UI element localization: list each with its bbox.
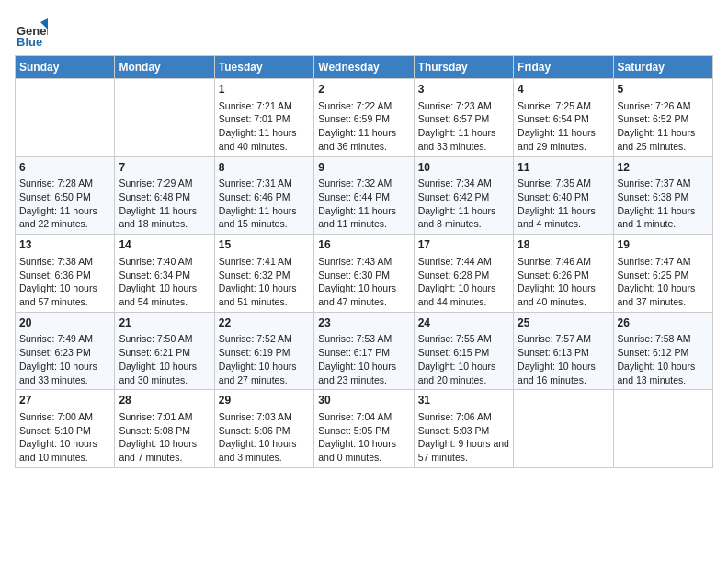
calendar-cell: 8Sunrise: 7:31 AMSunset: 6:46 PMDaylight… bbox=[214, 156, 313, 235]
day-number: 18 bbox=[518, 237, 609, 253]
day-info: Sunrise: 7:06 AM bbox=[418, 410, 509, 424]
calendar-cell bbox=[115, 79, 214, 157]
calendar-cell: 22Sunrise: 7:52 AMSunset: 6:19 PMDayligh… bbox=[214, 312, 313, 390]
day-info: Sunrise: 7:43 AM bbox=[318, 255, 409, 269]
calendar-cell: 26Sunrise: 7:58 AMSunset: 6:12 PMDayligh… bbox=[613, 312, 712, 390]
day-info: Daylight: 11 hours and 36 minutes. bbox=[318, 126, 409, 153]
day-info: Sunset: 5:06 PM bbox=[219, 424, 310, 438]
day-info: Sunset: 6:57 PM bbox=[418, 112, 509, 126]
day-number: 7 bbox=[119, 160, 210, 176]
day-info: Daylight: 10 hours and 44 minutes. bbox=[418, 282, 509, 308]
day-info: Daylight: 10 hours and 30 minutes. bbox=[119, 360, 210, 386]
calendar-cell: 30Sunrise: 7:04 AMSunset: 5:05 PMDayligh… bbox=[314, 390, 414, 468]
day-info: Sunrise: 7:01 AM bbox=[119, 410, 210, 424]
day-info: Sunset: 6:13 PM bbox=[518, 346, 609, 360]
day-info: Daylight: 10 hours and 7 minutes. bbox=[119, 437, 210, 464]
day-number: 29 bbox=[219, 393, 310, 408]
col-header-sunday: Sunday bbox=[16, 56, 115, 79]
day-info: Daylight: 10 hours and 16 minutes. bbox=[518, 360, 609, 386]
day-info: Sunrise: 7:44 AM bbox=[418, 255, 509, 269]
day-info: Sunrise: 7:50 AM bbox=[119, 332, 210, 346]
day-info: Sunrise: 7:26 AM bbox=[618, 99, 709, 113]
day-info: Daylight: 10 hours and 23 minutes. bbox=[318, 360, 409, 386]
day-number: 6 bbox=[19, 160, 110, 176]
day-number: 30 bbox=[318, 393, 409, 408]
day-info: Daylight: 10 hours and 40 minutes. bbox=[518, 282, 609, 308]
day-info: Daylight: 11 hours and 8 minutes. bbox=[418, 204, 509, 231]
day-info: Sunset: 6:42 PM bbox=[418, 190, 509, 204]
calendar-cell: 1Sunrise: 7:21 AMSunset: 7:01 PMDaylight… bbox=[214, 79, 313, 157]
day-info: Sunset: 6:50 PM bbox=[19, 190, 110, 204]
day-info: Daylight: 11 hours and 29 minutes. bbox=[518, 126, 609, 153]
day-number: 20 bbox=[19, 316, 110, 331]
day-info: Sunset: 5:10 PM bbox=[19, 424, 110, 438]
day-info: Daylight: 9 hours and 57 minutes. bbox=[418, 437, 509, 464]
calendar-cell: 20Sunrise: 7:49 AMSunset: 6:23 PMDayligh… bbox=[16, 312, 115, 390]
day-number: 28 bbox=[119, 393, 210, 408]
day-info: Sunset: 6:23 PM bbox=[19, 346, 110, 360]
day-number: 3 bbox=[418, 82, 509, 98]
logo-icon: General Blue bbox=[15, 15, 48, 48]
day-info: Sunrise: 7:34 AM bbox=[418, 177, 509, 190]
day-info: Sunrise: 7:32 AM bbox=[318, 177, 409, 190]
day-info: Daylight: 11 hours and 15 minutes. bbox=[219, 204, 310, 231]
calendar-cell: 21Sunrise: 7:50 AMSunset: 6:21 PMDayligh… bbox=[115, 312, 214, 390]
calendar-cell: 24Sunrise: 7:55 AMSunset: 6:15 PMDayligh… bbox=[414, 312, 513, 390]
day-number: 2 bbox=[318, 82, 409, 98]
day-info: Sunrise: 7:22 AM bbox=[318, 99, 409, 113]
day-info: Sunrise: 7:31 AM bbox=[219, 177, 310, 190]
calendar-cell: 9Sunrise: 7:32 AMSunset: 6:44 PMDaylight… bbox=[314, 156, 414, 235]
day-info: Sunset: 6:44 PM bbox=[318, 190, 409, 204]
day-info: Sunset: 5:08 PM bbox=[119, 424, 210, 438]
day-info: Sunrise: 7:38 AM bbox=[19, 255, 110, 269]
day-info: Sunset: 6:54 PM bbox=[518, 112, 609, 126]
day-info: Daylight: 10 hours and 3 minutes. bbox=[219, 437, 310, 464]
day-info: Sunset: 6:36 PM bbox=[19, 269, 110, 282]
day-number: 27 bbox=[19, 393, 110, 408]
day-info: Sunrise: 7:37 AM bbox=[618, 177, 709, 190]
day-info: Daylight: 10 hours and 57 minutes. bbox=[19, 282, 110, 308]
day-number: 31 bbox=[418, 393, 509, 408]
calendar-cell: 2Sunrise: 7:22 AMSunset: 6:59 PMDaylight… bbox=[314, 79, 414, 157]
day-number: 25 bbox=[518, 316, 609, 331]
day-info: Daylight: 10 hours and 33 minutes. bbox=[19, 360, 110, 386]
day-info: Daylight: 11 hours and 4 minutes. bbox=[518, 204, 609, 231]
calendar-cell bbox=[613, 390, 712, 468]
day-number: 11 bbox=[518, 160, 609, 176]
day-number: 23 bbox=[318, 316, 409, 331]
day-info: Sunset: 6:59 PM bbox=[318, 112, 409, 126]
calendar-cell: 25Sunrise: 7:57 AMSunset: 6:13 PMDayligh… bbox=[514, 312, 613, 390]
svg-text:Blue: Blue bbox=[17, 35, 42, 48]
day-info: Sunrise: 7:58 AM bbox=[618, 332, 709, 346]
day-number: 12 bbox=[618, 160, 709, 176]
day-number: 24 bbox=[418, 316, 509, 331]
day-info: Sunrise: 7:41 AM bbox=[219, 255, 310, 269]
day-info: Sunset: 6:34 PM bbox=[119, 269, 210, 282]
day-info: Sunset: 6:15 PM bbox=[418, 346, 509, 360]
calendar-cell: 28Sunrise: 7:01 AMSunset: 5:08 PMDayligh… bbox=[115, 390, 214, 468]
day-number: 1 bbox=[219, 82, 310, 98]
day-info: Sunset: 6:19 PM bbox=[219, 346, 310, 360]
day-info: Sunset: 6:40 PM bbox=[518, 190, 609, 204]
day-info: Sunrise: 7:40 AM bbox=[119, 255, 210, 269]
day-info: Sunset: 6:25 PM bbox=[618, 269, 709, 282]
day-info: Daylight: 10 hours and 47 minutes. bbox=[318, 282, 409, 308]
day-info: Sunset: 6:17 PM bbox=[318, 346, 409, 360]
day-info: Daylight: 10 hours and 0 minutes. bbox=[318, 437, 409, 464]
day-number: 14 bbox=[119, 237, 210, 253]
day-info: Sunset: 6:21 PM bbox=[119, 346, 210, 360]
calendar-cell: 19Sunrise: 7:47 AMSunset: 6:25 PMDayligh… bbox=[613, 235, 712, 313]
week-row-1: 1Sunrise: 7:21 AMSunset: 7:01 PMDaylight… bbox=[16, 79, 713, 157]
calendar-cell: 6Sunrise: 7:28 AMSunset: 6:50 PMDaylight… bbox=[16, 156, 115, 235]
day-number: 21 bbox=[119, 316, 210, 331]
day-info: Sunrise: 7:57 AM bbox=[518, 332, 609, 346]
col-header-friday: Friday bbox=[514, 56, 613, 79]
day-info: Daylight: 10 hours and 27 minutes. bbox=[219, 360, 310, 386]
day-info: Sunset: 6:52 PM bbox=[618, 112, 709, 126]
col-header-wednesday: Wednesday bbox=[314, 56, 414, 79]
day-info: Daylight: 11 hours and 25 minutes. bbox=[618, 126, 709, 153]
calendar-cell: 12Sunrise: 7:37 AMSunset: 6:38 PMDayligh… bbox=[613, 156, 712, 235]
day-info: Sunrise: 7:21 AM bbox=[219, 99, 310, 113]
day-number: 17 bbox=[418, 237, 509, 253]
day-number: 26 bbox=[618, 316, 709, 331]
